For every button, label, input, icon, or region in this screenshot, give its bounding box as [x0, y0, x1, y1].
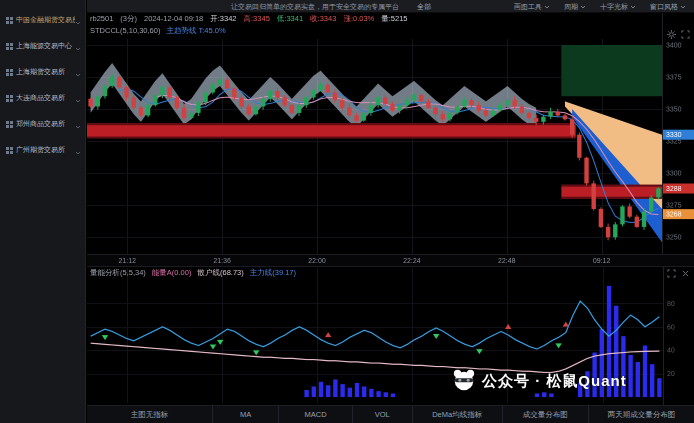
- indicator-button-ma[interactable]: MA: [213, 406, 280, 423]
- header-bar: 让交易回归简单的交易实盘，用于安全交易的专属平台 全部 画图工具 周期 十字光标…: [87, 0, 694, 13]
- chevron-down-icon: [75, 115, 81, 133]
- sub-chart-panel: 量能分析(5,5,34) 能量A(0.00) 散户线(68.73) 主力线(39…: [87, 266, 694, 405]
- indicator-toolbar: 主图无指标 MA MACD VOL DeMa均线指标 成交量分布图 两天期成交量…: [87, 405, 694, 423]
- close-value: 收:3343: [310, 14, 336, 24]
- grid-icon: [6, 69, 13, 76]
- sidebar-item-dce[interactable]: 大连商品交易所: [0, 85, 85, 111]
- exchange-sidebar: 中国金融期货交易所 上海能源交易中心 上海期货交易所 大连商品交易所 郑州商品交…: [0, 0, 86, 423]
- indicator-button-vol-profile[interactable]: 成交量分布图: [503, 406, 589, 423]
- sidebar-item-czce[interactable]: 郑州商品交易所: [0, 111, 85, 137]
- period-label: (3分): [120, 14, 137, 24]
- fullscreen-icon[interactable]: [681, 30, 690, 39]
- change-value: 涨:0.03%: [343, 14, 374, 24]
- indicator-name: STDCCL(5,10,30,60): [90, 26, 160, 36]
- main-force-value: 主力线(39.17): [250, 268, 296, 278]
- chevron-down-icon: [75, 11, 81, 29]
- grid-icon: [6, 17, 13, 24]
- sidebar-item-cffex[interactable]: 中国金融期货交易所: [0, 7, 85, 33]
- ohlc-info-line: rb2501 (3分) 2024-12-04 09:18 开:3342 高:33…: [90, 14, 408, 24]
- futures-trading-app: 中国金融期货交易所 上海能源交易中心 上海期货交易所 大连商品交易所 郑州商品交…: [0, 0, 694, 423]
- chevron-down-icon: [580, 5, 586, 9]
- sidebar-item-label: 广州期货交易所: [16, 145, 75, 155]
- main-area: 让交易回归简单的交易实盘，用于安全交易的专属平台 全部 画图工具 周期 十字光标…: [87, 0, 694, 423]
- sidebar-item-label: 上海期货交易所: [16, 67, 75, 77]
- sidebar-item-label: 上海能源交易中心: [16, 41, 75, 51]
- sub-panel-icons: [667, 269, 690, 278]
- chevron-down-icon: [630, 5, 636, 9]
- chart-panel-icons: [667, 30, 690, 39]
- menu-window-style[interactable]: 窗口风格: [650, 2, 686, 12]
- chevron-down-icon: [75, 63, 81, 81]
- indicator-button-macd[interactable]: MACD: [279, 406, 352, 423]
- datetime-label: 2024-12-04 09:18: [144, 14, 203, 24]
- chevron-down-icon: [75, 141, 81, 159]
- sub-indicator-line: 量能分析(5,5,34) 能量A(0.00) 散户线(68.73) 主力线(39…: [90, 268, 296, 278]
- high-value: 高:3345: [244, 14, 270, 24]
- grid-icon: [6, 147, 13, 154]
- indicator-button-dema[interactable]: DeMa均线指标: [413, 406, 503, 423]
- retail-line-value: 散户线(68.73): [197, 268, 243, 278]
- fullscreen-icon[interactable]: [667, 269, 676, 278]
- indicator-button-vol[interactable]: VOL: [353, 406, 413, 423]
- candlestick-chart[interactable]: [87, 13, 694, 266]
- volume-value: 量:5215: [381, 14, 407, 24]
- energy-value: 能量A(0.00): [152, 268, 192, 278]
- settings-icon[interactable]: [667, 30, 676, 39]
- header-filter-all[interactable]: 全部: [417, 2, 431, 12]
- low-value: 低:3341: [277, 14, 303, 24]
- sidebar-item-shfe[interactable]: 上海期货交易所: [0, 59, 85, 85]
- volume-indicator-chart[interactable]: [87, 266, 694, 405]
- sidebar-item-gfex[interactable]: 广州期货交易所: [0, 137, 85, 163]
- header-menus: 画图工具 周期 十字光标 窗口风格: [514, 2, 686, 12]
- menu-period[interactable]: 周期: [564, 2, 586, 12]
- chevron-down-icon: [75, 89, 81, 107]
- close-icon[interactable]: [681, 269, 690, 278]
- menu-crosshair[interactable]: 十字光标: [600, 2, 636, 12]
- sidebar-item-ine[interactable]: 上海能源交易中心: [0, 33, 85, 59]
- symbol-label: rb2501: [90, 14, 113, 24]
- sidebar-item-label: 郑州商品交易所: [16, 119, 75, 129]
- main-chart-panel: rb2501 (3分) 2024-12-04 09:18 开:3342 高:33…: [87, 13, 694, 266]
- grid-icon: [6, 43, 13, 50]
- indicator-value: 主趋势线 T:45.0%: [166, 26, 225, 36]
- chevron-down-icon: [75, 37, 81, 55]
- indicator-button-2day-vp[interactable]: 两天期成交量分布图: [589, 406, 694, 423]
- main-indicator-line: STDCCL(5,10,30,60) 主趋势线 T:45.0%: [90, 26, 226, 36]
- grid-icon: [6, 121, 13, 128]
- grid-icon: [6, 95, 13, 102]
- menu-drawing-tools[interactable]: 画图工具: [514, 2, 550, 12]
- sidebar-item-label: 大连商品交易所: [16, 93, 75, 103]
- chevron-down-icon: [544, 5, 550, 9]
- header-tagline: 让交易回归简单的交易实盘，用于安全交易的专属平台: [231, 2, 399, 12]
- open-value: 开:3342: [210, 14, 236, 24]
- indicator-button-none[interactable]: 主图无指标: [87, 406, 213, 423]
- chevron-down-icon: [680, 5, 686, 9]
- sub-indicator-name: 量能分析(5,5,34): [90, 268, 146, 278]
- sidebar-item-label: 中国金融期货交易所: [16, 15, 75, 25]
